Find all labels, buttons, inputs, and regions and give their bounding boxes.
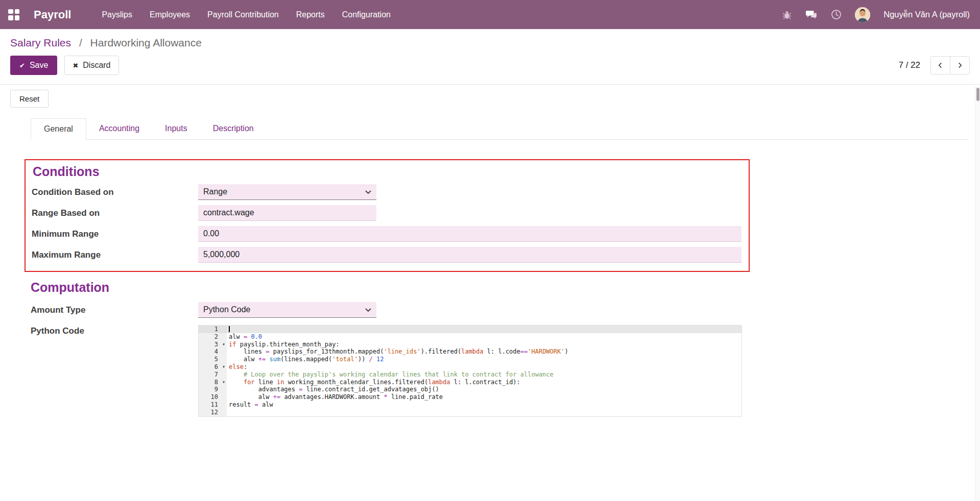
gutter-line-number: 1 [199,325,227,333]
chevron-right-icon [957,62,963,68]
gutter-line-number: 9 [199,386,227,393]
computation-section-title: Computation [31,280,968,295]
pager-previous-button[interactable] [930,56,950,74]
form-statusbar: Reset [0,85,980,112]
menu-employees[interactable]: Employees [149,7,191,22]
menu-payroll-contribution[interactable]: Payroll Contribution [206,7,280,22]
payroll-app-screen: Payroll Payslips Employees Payroll Contr… [0,0,980,501]
code-line-content[interactable] [227,325,742,333]
code-line-9: 9 advantages = line.contract_id.get_adva… [199,386,742,393]
code-line-content[interactable]: # Loop over the payslip's working calend… [227,371,742,379]
amount-type-value: Python Code [203,305,251,314]
python-code-editor[interactable]: 12alw = 0.03▾if payslip.thirteen_month_p… [198,325,742,417]
condition-based-on-label: Condition Based on [32,187,198,197]
menu-reports[interactable]: Reports [295,7,326,22]
apps-grid-square [8,9,13,14]
reset-button[interactable]: Reset [10,90,49,108]
code-line-content[interactable]: for line in working_month_calendar_lines… [227,379,742,386]
conditions-annotation-box: Conditions Condition Based on Range Rang… [25,159,750,272]
minimum-range-input[interactable] [198,226,742,242]
breadcrumb-salary-rules[interactable]: Salary Rules [10,37,71,48]
menu-payslips[interactable]: Payslips [101,7,133,22]
app-title[interactable]: Payroll [34,8,71,21]
apps-grid-square [8,15,13,20]
chevron-down-icon [365,190,371,194]
maximum-range-input[interactable] [198,247,742,263]
gutter-line-number: 4 [199,348,227,356]
code-line-2: 2alw = 0.0 [199,333,742,341]
condition-based-on-select[interactable]: Range [198,184,376,200]
conditions-section-title: Conditions [33,164,742,179]
condition-based-on-value: Range [203,187,227,196]
record-pager: 7 / 22 [898,56,970,74]
code-line-content[interactable]: alw = 0.0 [227,333,742,341]
code-line-content[interactable]: alw += sum(lines.mapped('total')) / 12 [227,356,742,363]
gutter-line-number: 12 [199,409,227,416]
breadcrumb: Salary Rules / Hardworking Allowance [10,37,970,49]
tab-general[interactable]: General [31,118,86,140]
code-line-content[interactable]: if payslip.thirteen_month_pay: [227,341,742,348]
tab-accounting[interactable]: Accounting [86,118,152,139]
gutter-line-number: 2 [199,333,227,341]
code-line-6: 6▾else: [199,363,742,371]
bug-icon[interactable] [781,9,793,20]
fold-arrow-icon[interactable]: ▾ [222,363,225,371]
code-line-content[interactable]: else: [227,363,742,371]
breadcrumb-separator: / [79,37,82,48]
code-line-content[interactable] [227,409,742,416]
notebook-tabs: General Accounting Inputs Description [31,118,968,140]
minimum-range-label: Minimum Range [32,229,198,239]
user-avatar[interactable] [855,7,870,22]
code-line-1: 1 [199,325,742,333]
x-icon: ✖ [73,62,78,69]
gutter-line-number: 7 [199,371,227,379]
amount-type-select[interactable]: Python Code [198,302,376,318]
maximum-range-label: Maximum Range [32,250,198,260]
discard-button[interactable]: ✖ Discard [64,56,118,75]
code-line-4: 4 lines = payslips_for_13thmonth.mapped(… [199,348,742,356]
text-cursor [229,326,230,332]
tab-description[interactable]: Description [200,118,267,139]
form-sheet: General Accounting Inputs Description Co… [0,112,980,417]
code-line-5: 5 alw += sum(lines.mapped('total')) / 12 [199,356,742,363]
clock-icon[interactable] [830,9,842,20]
gutter-line-number: 11 [199,401,227,409]
chevron-left-icon [938,62,943,68]
code-line-7: 7 # Loop over the payslip's working cale… [199,371,742,379]
code-line-content[interactable]: result = alw [227,401,742,409]
code-line-3: 3▾if payslip.thirteen_month_pay: [199,341,742,348]
code-line-11: 11result = alw [199,401,742,409]
save-button[interactable]: ✔ Save [10,56,57,75]
gutter-line-number: 6▾ [199,363,227,371]
code-line-12: 12 [199,409,742,416]
code-line-8: 8▾ for line in working_month_calendar_li… [199,379,742,386]
apps-grid-square [15,15,20,20]
python-code-label: Python Code [31,323,198,336]
fold-arrow-icon[interactable]: ▾ [222,379,225,386]
range-based-on-input[interactable] [198,205,376,221]
menu-configuration[interactable]: Configuration [341,7,392,22]
code-line-content[interactable]: alw += advantages.HARDWORK.amount * line… [227,393,742,401]
control-panel: Salary Rules / Hardworking Allowance ✔ S… [0,29,980,85]
gutter-line-number: 8▾ [199,379,227,386]
chevron-down-icon [365,308,371,312]
page-scrollbar[interactable] [975,87,980,501]
gutter-line-number: 3▾ [199,341,227,348]
save-button-label: Save [30,61,48,70]
apps-grid-square [15,9,20,14]
gutter-line-number: 10 [199,393,227,401]
main-menu: Payslips Employees Payroll Contribution … [101,7,392,22]
breadcrumb-current: Hardworking Allowance [90,37,202,48]
scrollbar-thumb[interactable] [976,88,979,101]
chat-icon[interactable] [806,9,817,20]
code-line-content[interactable]: lines = payslips_for_13thmonth.mapped('l… [227,348,742,356]
apps-menu-icon[interactable] [8,9,19,20]
user-name[interactable]: Nguyễn Văn A (payroll) [883,10,970,19]
code-line-content[interactable]: advantages = line.contract_id.get_advata… [227,386,742,393]
fold-arrow-icon[interactable]: ▾ [222,341,225,348]
amount-type-label: Amount Type [31,305,198,315]
pager-next-button[interactable] [950,56,970,74]
tab-inputs[interactable]: Inputs [152,118,200,139]
pager-count: 7 / 22 [898,60,920,70]
code-line-10: 10 alw += advantages.HARDWORK.amount * l… [199,393,742,401]
